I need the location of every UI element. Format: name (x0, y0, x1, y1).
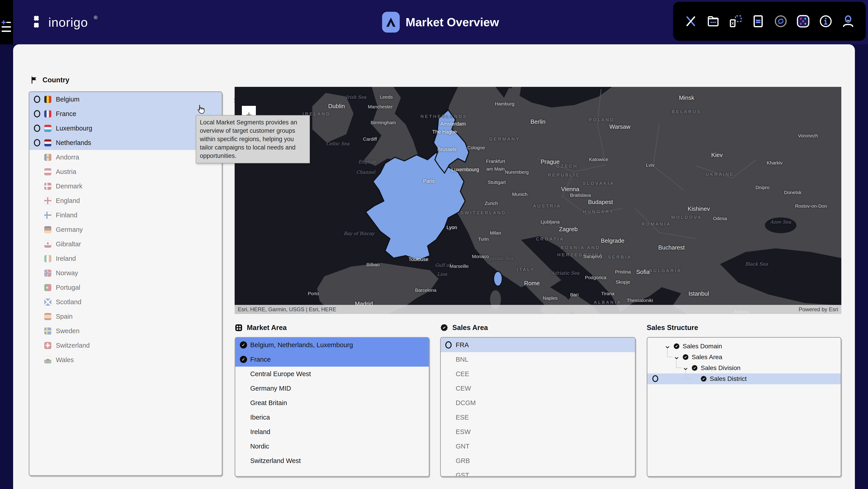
grid-header-icon (235, 324, 243, 332)
country-row[interactable]: Switzerland (29, 338, 222, 353)
market-area-row[interactable]: ✓ France (235, 352, 429, 367)
map-label: Luxembourg (452, 167, 479, 173)
country-row[interactable]: Sweden (29, 324, 222, 338)
map-label: Black Sea (745, 261, 768, 267)
refresh-icon[interactable] (774, 14, 788, 29)
radio-icon (445, 341, 452, 349)
tree-node-row[interactable]: Sales Domain (647, 341, 841, 352)
map-label: Hamburg (495, 101, 514, 107)
country-row[interactable]: Belgium (29, 92, 222, 107)
country-row[interactable]: Scotland (29, 295, 222, 309)
map-label: Warsaw (610, 123, 630, 130)
sales-area-row[interactable]: CEE (441, 367, 635, 381)
chevron-down-icon[interactable] (665, 344, 670, 349)
flag-icon (44, 154, 51, 161)
sales-area-row[interactable]: ESW (441, 425, 635, 439)
country-row[interactable]: Norway (29, 266, 222, 280)
sales-area-label: GRB (456, 457, 470, 465)
sales-area-header: Sales Area (440, 324, 488, 332)
sales-area-row[interactable]: FRA (441, 338, 635, 352)
map-label: Donetsk (784, 190, 802, 195)
country-row[interactable]: England (29, 193, 222, 208)
export-window-icon[interactable]: x (728, 14, 743, 29)
europe-map[interactable]: Irish SeaCeltic SeaEnglishChannelBay of … (235, 87, 841, 314)
country-label: Andorra (56, 153, 79, 161)
svg-text:x: x (731, 20, 734, 26)
chevron-down-icon[interactable] (674, 355, 679, 360)
sales-area-row[interactable]: GNT (441, 439, 635, 454)
sales-area-row[interactable]: GRB (441, 454, 635, 468)
market-area-row[interactable]: Iberica (235, 410, 429, 425)
add-list-panel-icon[interactable] (1, 20, 12, 35)
country-label: Denmark (56, 182, 83, 190)
sales-area-listbox: FRA BNL CEE CEW DCGM ESE ESW GNT GRB GST (440, 337, 636, 477)
market-area-row[interactable]: Ireland (235, 425, 429, 439)
sales-area-row[interactable]: CEW (441, 381, 635, 396)
market-area-row[interactable]: Central Europe West (235, 367, 429, 381)
info-icon[interactable] (818, 14, 833, 29)
document-icon[interactable] (751, 14, 765, 29)
apps-grid-icon[interactable] (796, 14, 810, 29)
market-area-row[interactable]: Switzerland West (235, 454, 429, 468)
country-row[interactable]: Austria (29, 165, 222, 179)
folder-icon[interactable] (706, 14, 720, 29)
sales-area-label: CEW (456, 385, 471, 392)
country-row[interactable]: Spain (29, 309, 222, 324)
sales-area-row[interactable]: ESE (441, 410, 635, 425)
map-label: SLOVAKIA (583, 181, 615, 186)
country-row[interactable]: Finland (29, 208, 222, 222)
country-row[interactable]: Wales (29, 353, 222, 367)
country-label: Austria (56, 168, 76, 175)
market-area-label: Nordic (250, 443, 269, 450)
market-area-label: Central Europe West (250, 370, 311, 378)
chevron-down-icon[interactable] (683, 366, 688, 371)
radio-icon (34, 125, 40, 132)
country-row[interactable]: Denmark (29, 179, 222, 193)
market-area-row[interactable]: Nordic (235, 439, 429, 454)
page-title: Market Overview (405, 16, 499, 29)
sales-area-row[interactable]: DCGM (441, 396, 635, 410)
market-area-header: Market Area (235, 324, 287, 332)
map-label: Amsterdam (440, 121, 466, 127)
country-row[interactable]: Germany (29, 222, 222, 237)
country-label: Ireland (56, 255, 76, 262)
country-row[interactable]: Luxembourg (29, 121, 222, 136)
market-area-row[interactable]: Germany MID (235, 381, 429, 396)
flag-icon (44, 110, 51, 117)
map-label: Bucharest (658, 244, 685, 251)
map-label: Stuttgart (488, 180, 506, 185)
country-row[interactable]: Netherlands (29, 136, 222, 150)
map-label: REPUBLIC (548, 173, 580, 177)
map-label: Irish Sea (346, 94, 366, 100)
sales-area-row[interactable]: GST (441, 468, 635, 477)
map-attribution: Esri, HERE, Garmin, USGS | Esri, HERE Po… (235, 305, 841, 314)
market-area-row[interactable]: Great Britain (235, 396, 429, 410)
map-label: Berlin (530, 118, 546, 125)
user-icon[interactable] (841, 14, 855, 29)
tree-connector (676, 360, 682, 368)
sales-area-row[interactable]: BNL (441, 352, 635, 367)
flag-icon (44, 327, 51, 335)
map-label: Lion (437, 271, 447, 277)
country-row[interactable]: Andorra (29, 150, 222, 165)
map-label: Bratislava (570, 193, 591, 198)
app-icon (382, 12, 400, 33)
tab-tooltip: Local Market Segments provides an overvi… (196, 115, 310, 163)
country-header: Country (30, 76, 69, 84)
country-row[interactable]: Gibraltar (29, 237, 222, 251)
country-row[interactable]: Portugal (29, 280, 222, 295)
sales-area-label: GNT (456, 443, 469, 450)
tree-node-row[interactable]: Sales Division (647, 363, 841, 373)
country-row[interactable]: Ireland (29, 251, 222, 266)
map-label: SERBIA (608, 255, 632, 260)
flag-icon (44, 342, 51, 349)
country-label: Norway (56, 269, 78, 277)
market-area-row[interactable]: ✓ Belgium, Netherlands, Luxembourg (235, 338, 429, 352)
tree-node-row[interactable]: Sales District (647, 373, 841, 384)
country-row[interactable]: France (29, 107, 222, 121)
map-label: am Main (487, 166, 505, 172)
map-label: ALBANIA (594, 300, 622, 305)
inorigo-x-icon[interactable] (684, 14, 698, 29)
map-label: Marseille (450, 263, 469, 269)
country-label: Portugal (56, 284, 80, 291)
